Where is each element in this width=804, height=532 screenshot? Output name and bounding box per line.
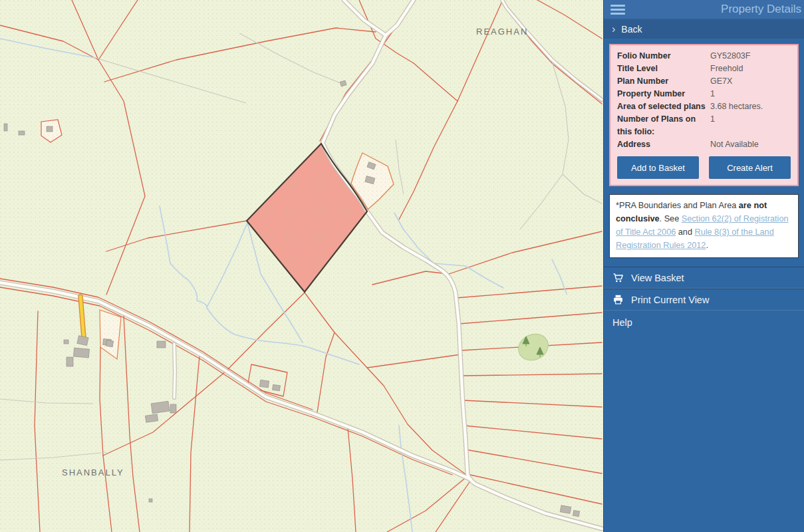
sidebar-header: Property Details (604, 0, 804, 19)
print-current-view-button[interactable]: Print Current View (604, 289, 804, 311)
field-row: Property Number 1 (617, 88, 791, 100)
field-value: Not Available (710, 138, 791, 151)
sidebar-menu: View Basket Print Current View Help (604, 267, 804, 334)
menu-icon[interactable] (610, 5, 625, 15)
field-value: GY52803F (710, 50, 791, 63)
menu-item-label: View Basket (631, 273, 684, 283)
townland-label-reaghan: REAGHAN (476, 27, 528, 37)
field-row: Folio Number GY52803F (617, 50, 791, 63)
chevron-right-icon: › (612, 24, 615, 35)
map-svg: REAGHAN SHANBALLY (0, 0, 603, 532)
disclaimer-text: . See (660, 214, 682, 223)
boundaries-disclaimer: *PRA Boundaries and Plan Area are not co… (609, 194, 799, 258)
back-label: Back (621, 24, 642, 35)
create-alert-button[interactable]: Create Alert (709, 156, 791, 179)
yellow-road (80, 297, 84, 338)
menu-item-label: Print Current View (631, 295, 709, 305)
view-basket-button[interactable]: View Basket (604, 267, 804, 289)
printer-icon (612, 294, 624, 305)
disclaimer-text: *PRA Boundaries and Plan Area (616, 201, 739, 210)
field-value: 3.68 hectares. (710, 100, 791, 113)
map-dot-texture (0, 0, 603, 532)
field-row: Area of selected plans 3.68 hectares. (617, 100, 791, 113)
townland-label-shanbally: SHANBALLY (62, 467, 124, 477)
property-details-sidebar: Property Details › Back Folio Number GY5… (603, 0, 804, 532)
map-canvas[interactable]: REAGHAN SHANBALLY (0, 0, 603, 532)
disclaimer-text: . (706, 241, 708, 250)
field-label: Number of Plans on this folio: (617, 113, 710, 138)
field-label: Folio Number (617, 50, 710, 63)
property-info-panel: Folio Number GY52803F Title Level Freeho… (609, 44, 799, 186)
field-row: Address Not Available (617, 138, 791, 151)
field-row: Title Level Freehold (617, 63, 791, 75)
field-value: 1 (710, 113, 791, 138)
help-link[interactable]: Help (604, 311, 804, 334)
field-value: Freehold (710, 63, 791, 75)
back-button[interactable]: › Back (604, 19, 804, 39)
cart-icon (612, 272, 624, 283)
app-window: REAGHAN SHANBALLY Property Details › Bac… (0, 0, 804, 532)
field-value: GE7X (710, 75, 791, 88)
disclaimer-text: and (676, 227, 694, 237)
help-label: Help (612, 317, 632, 328)
field-label: Area of selected plans (617, 100, 710, 113)
field-label: Plan Number (617, 75, 710, 88)
field-row: Plan Number GE7X (617, 75, 791, 88)
field-label: Title Level (617, 63, 710, 75)
field-label: Address (617, 138, 710, 151)
add-to-basket-button[interactable]: Add to Basket (617, 156, 699, 179)
field-label: Property Number (617, 88, 710, 100)
field-row: Number of Plans on this folio: 1 (617, 113, 791, 138)
field-value: 1 (710, 88, 791, 100)
page-title: Property Details (721, 3, 801, 16)
